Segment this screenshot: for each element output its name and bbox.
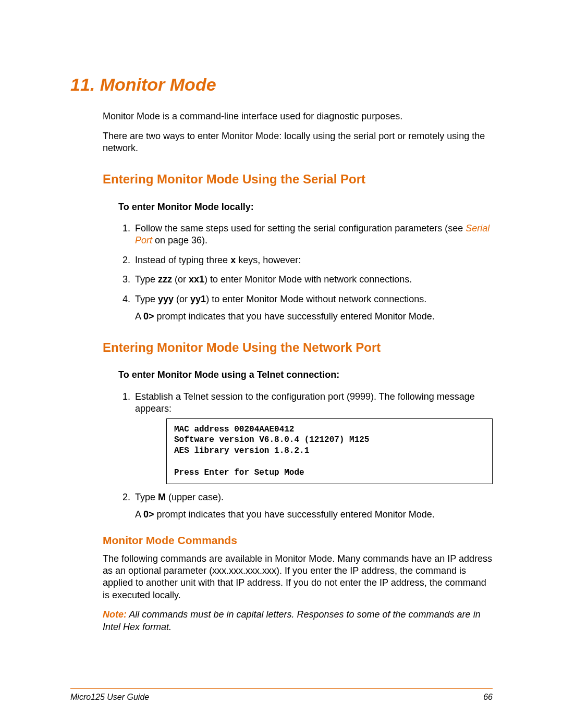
list-item: Establish a Telnet session to the config… (133, 391, 493, 484)
step-text: A (135, 509, 143, 520)
step-text: prompt indicates that you have successfu… (154, 311, 435, 322)
key-x: x (230, 255, 236, 265)
subsection-heading-commands: Monitor Mode Commands (103, 533, 493, 547)
key-yy1: yy1 (190, 294, 206, 304)
step-text: (or (174, 294, 190, 304)
step-text: keys, however: (236, 255, 301, 265)
step-text: A (135, 311, 143, 322)
list-item: Type yyy (or yy1) to enter Monitor Mode … (133, 293, 493, 323)
key-xx1: xx1 (189, 274, 204, 285)
footer-guide-name: Micro125 User Guide (70, 692, 149, 703)
list-item: Type zzz (or xx1) to enter Monitor Mode … (133, 274, 493, 286)
code-block: MAC address 00204AAE0412 Software versio… (166, 418, 493, 484)
steps-network: Establish a Telnet session to the config… (118, 391, 493, 521)
key-yyy: yyy (158, 294, 174, 304)
list-item: Type M (upper case). A 0> prompt indicat… (133, 491, 493, 521)
steps-serial: Follow the same steps used for setting t… (118, 223, 493, 323)
intro-block: Monitor Mode is a command-line interface… (70, 110, 493, 154)
section-heading-network: Entering Monitor Mode Using the Network … (103, 339, 493, 355)
chapter-number: 11. (70, 75, 95, 94)
footer-page-number: 66 (483, 692, 493, 703)
commands-body: The following commands are available in … (103, 553, 493, 602)
intro-para-2: There are two ways to enter Monitor Mode… (70, 130, 493, 155)
chapter-name: Monitor Mode (100, 75, 216, 94)
key-m: M (158, 492, 166, 502)
step-text: Establish a Telnet session to the config… (135, 391, 475, 414)
step-text: ) to enter Monitor Mode without network … (206, 294, 426, 304)
step-text: Type (135, 274, 158, 285)
step-text: on page 36). (152, 235, 207, 245)
list-item: Instead of typing three x keys, however: (133, 254, 493, 266)
note-text: All commands must be in capital letters.… (103, 609, 481, 632)
step-continuation: A 0> prompt indicates that you have succ… (135, 509, 493, 521)
lead-network: To enter Monitor Mode using a Telnet con… (118, 369, 493, 381)
chapter-title: 11. Monitor Mode (70, 73, 493, 96)
step-text: Follow the same steps used for setting t… (135, 223, 466, 233)
section-heading-serial: Entering Monitor Mode Using the Serial P… (103, 171, 493, 187)
step-text: prompt indicates that you have successfu… (154, 509, 435, 520)
key-zzz: zzz (158, 274, 172, 285)
step-text: (or (172, 274, 189, 285)
lead-serial: To enter Monitor Mode locally: (118, 201, 493, 213)
step-text: Type (135, 492, 158, 502)
step-text: Type (135, 294, 158, 304)
step-text: Instead of typing three (135, 255, 230, 265)
step-text: (upper case). (166, 492, 224, 502)
intro-para-1: Monitor Mode is a command-line interface… (70, 110, 493, 122)
step-continuation: A 0> prompt indicates that you have succ… (135, 311, 493, 323)
step-text: ) to enter Monitor Mode with network con… (204, 274, 412, 285)
prompt-zero: 0> (143, 509, 154, 520)
note-label: Note: (103, 609, 127, 620)
note-block: Note: All commands must be in capital le… (103, 609, 493, 633)
list-item: Follow the same steps used for setting t… (133, 223, 493, 247)
prompt-zero: 0> (143, 311, 154, 322)
page-footer: Micro125 User Guide 66 (70, 688, 493, 703)
